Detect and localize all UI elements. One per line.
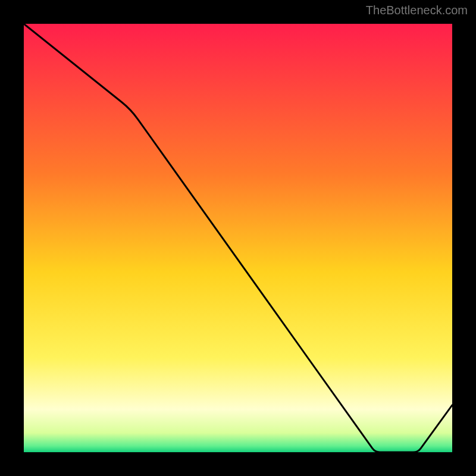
plot-area [24, 24, 452, 452]
gradient-background [24, 24, 452, 452]
chart-frame: TheBottleneck.com [0, 0, 476, 476]
chart-svg [24, 24, 452, 452]
watermark-text: TheBottleneck.com [366, 4, 468, 17]
